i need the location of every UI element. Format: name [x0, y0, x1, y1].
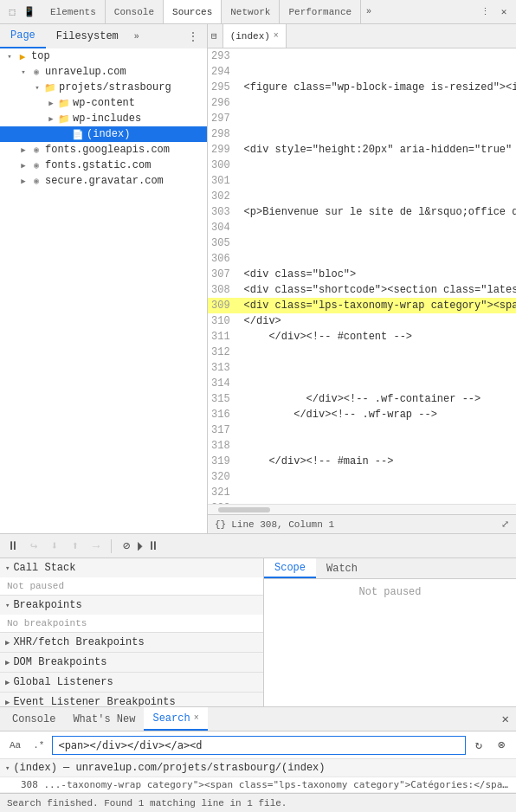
code-scroll-area[interactable]: 293294295<figure class="wp-block-image i… [208, 48, 516, 504]
horizontal-scrollbar[interactable] [208, 504, 516, 514]
tree-item-wp-content[interactable]: ▶ 📁 wp-content [0, 95, 207, 111]
status-bar: Search finished. Found 1 matching line i… [0, 793, 516, 812]
table-row: 311 </div><!-- #content --> [208, 329, 516, 345]
layout-icon[interactable]: ⊟ [211, 30, 217, 42]
sub-tab-filesystem[interactable]: Filesystem [46, 24, 129, 48]
tab-elements[interactable]: Elements [42, 0, 106, 23]
line-code: </div><!-- .wf-container --> [237, 391, 516, 407]
file-tree-sidebar: ▾ ▶ top ▾ ◉ unravelup.com ▾ 📁 projets/st… [0, 48, 208, 533]
tree-item-top[interactable]: ▾ ▶ top [0, 48, 207, 64]
more-tabs-button[interactable]: » [361, 0, 377, 23]
line-number: 318 [208, 438, 237, 454]
tree-label-wp-includes: wp-includes [73, 113, 141, 125]
sub-tab-page[interactable]: Page [0, 24, 46, 48]
line-code [237, 126, 516, 142]
table-row: 301 [208, 173, 516, 189]
tree-item-index[interactable]: 📄 (index) [0, 126, 207, 142]
search-match-case-toggle[interactable]: Aa [5, 738, 25, 753]
expand-icon[interactable]: ⤢ [501, 519, 509, 530]
line-number: 296 [208, 95, 237, 111]
dom-expander: ▶ [5, 658, 10, 667]
breakpoints-header[interactable]: ▾ Breakpoints [0, 596, 263, 615]
code-table: 293294295<figure class="wp-block-image i… [208, 48, 516, 504]
scope-tab[interactable]: Scope [264, 558, 316, 578]
line-number: 304 [208, 220, 237, 235]
search-result-line-item[interactable]: 308 ...-taxonomy-wrap category"><span cl… [0, 777, 516, 793]
xhr-breakpoints-section: ▶ XHR/fetch Breakpoints [0, 633, 263, 653]
close-devtools-icon[interactable]: ✕ [497, 5, 511, 19]
tree-expander-googleapis: ▶ [17, 145, 29, 155]
sub-toolbar-menu-icon[interactable]: ⋮ [184, 28, 202, 45]
search-results: ▾ (index) — unravelup.com/projets/strasb… [0, 759, 516, 793]
search-tab-close-icon[interactable]: × [194, 713, 199, 723]
watch-tab[interactable]: Watch [316, 558, 368, 578]
step-forward-button[interactable]: → [88, 538, 104, 554]
global-listeners-header[interactable]: ▶ Global Listeners [0, 673, 263, 692]
breakpoints-label: Breakpoints [13, 599, 81, 611]
breakpoints-section: ▾ Breakpoints No breakpoints [0, 596, 263, 633]
tree-item-googleapis[interactable]: ▶ ◉ fonts.googleapis.com [0, 142, 207, 158]
table-row: 309<div class="lps-taxonomy-wrap categor… [208, 298, 516, 313]
search-refresh-icon[interactable]: ↻ [469, 736, 488, 755]
vertical-dots-icon[interactable]: ⋮ [478, 5, 492, 19]
step-into-button[interactable]: ⬇ [47, 538, 62, 554]
xhr-breakpoints-label: XHR/fetch Breakpoints [13, 636, 144, 648]
file-tab-label: (index) [230, 31, 270, 42]
table-row: 320 [208, 469, 516, 485]
device-icon[interactable]: 📱 [23, 5, 36, 19]
dom-breakpoints-header[interactable]: ▶ DOM Breakpoints [0, 653, 263, 672]
tab-network[interactable]: Network [222, 0, 280, 23]
dom-breakpoints-section: ▶ DOM Breakpoints [0, 653, 263, 673]
tree-item-gravatar[interactable]: ▶ ◉ secure.gravatar.com [0, 173, 207, 189]
bottom-tab-whatsnew[interactable]: What's New [64, 707, 144, 731]
search-regex-toggle[interactable]: .* [29, 738, 48, 753]
deactivate-breakpoints-button[interactable]: ⊘ [119, 538, 134, 554]
search-result-file-item[interactable]: ▾ (index) — unravelup.com/projets/strasb… [0, 759, 516, 777]
table-row: 321 [208, 485, 516, 500]
call-stack-section: ▾ Call Stack Not paused [0, 558, 263, 596]
tab-performance[interactable]: Performance [280, 0, 361, 23]
pause-resume-button[interactable]: ⏸ [5, 538, 21, 554]
search-clear-icon[interactable]: ⊗ [492, 736, 511, 755]
line-number: 308 [208, 282, 237, 298]
sub-tab-more-button[interactable]: » [129, 32, 145, 42]
table-row: 319 </div><!-- #main --> [208, 454, 516, 469]
tree-domain-icon-googleapis: ◉ [30, 145, 42, 155]
table-row: 295<figure class="wp-block-image is-resi… [208, 80, 516, 95]
line-code: </div><!-- #content --> [237, 329, 516, 345]
event-listener-header[interactable]: ▶ Event Listener Breakpoints [0, 693, 263, 706]
debug-main: ▾ Call Stack Not paused ▾ Breakpoints No… [0, 558, 516, 706]
call-stack-expander: ▾ [5, 564, 10, 573]
line-number: 314 [208, 376, 237, 391]
table-row: 313 [208, 360, 516, 376]
step-over-button[interactable]: ↪ [26, 538, 42, 554]
tree-item-wp-includes[interactable]: ▶ 📁 wp-includes [0, 111, 207, 126]
tree-item-gstatic[interactable]: ▶ ◉ fonts.gstatic.com [0, 158, 207, 173]
bottom-panel-close-icon[interactable]: ✕ [502, 712, 513, 726]
breakpoints-content: No breakpoints [0, 615, 263, 632]
file-tab-index[interactable]: (index) × [223, 24, 287, 48]
breakpoints-expander: ▾ [5, 601, 10, 610]
line-number: 299 [208, 142, 237, 158]
tab-console[interactable]: Console [106, 0, 164, 23]
file-tab-close-icon[interactable]: × [274, 31, 279, 41]
table-row: 303<p>Bienvenue sur le site de l&rsquo;o… [208, 204, 516, 220]
tree-domain-icon-gstatic: ◉ [30, 160, 42, 171]
search-input[interactable] [52, 736, 466, 755]
pause-on-exceptions-button[interactable]: ⏵⏸ [139, 538, 155, 554]
call-stack-header[interactable]: ▾ Call Stack [0, 558, 263, 577]
bottom-tab-search[interactable]: Search × [144, 707, 207, 731]
xhr-breakpoints-header[interactable]: ▶ XHR/fetch Breakpoints [0, 633, 263, 652]
tree-item-projets[interactable]: ▾ 📁 projets/strasbourg [0, 80, 207, 95]
line-number: 310 [208, 313, 237, 329]
tree-expander-wp-content: ▶ [45, 99, 57, 108]
dom-breakpoints-label: DOM Breakpoints [13, 656, 106, 668]
table-row: 314 [208, 376, 516, 391]
inspect-icon[interactable]: ⬚ [5, 5, 19, 19]
bottom-tab-console[interactable]: Console [3, 707, 64, 731]
line-code [237, 485, 516, 500]
step-out-button[interactable]: ⬆ [68, 538, 83, 554]
tab-sources[interactable]: Sources [164, 0, 222, 23]
tree-item-unravelup[interactable]: ▾ ◉ unravelup.com [0, 64, 207, 80]
debug-toolbar: ⏸ ↪ ⬇ ⬆ → ⊘ ⏵⏸ [0, 534, 516, 558]
